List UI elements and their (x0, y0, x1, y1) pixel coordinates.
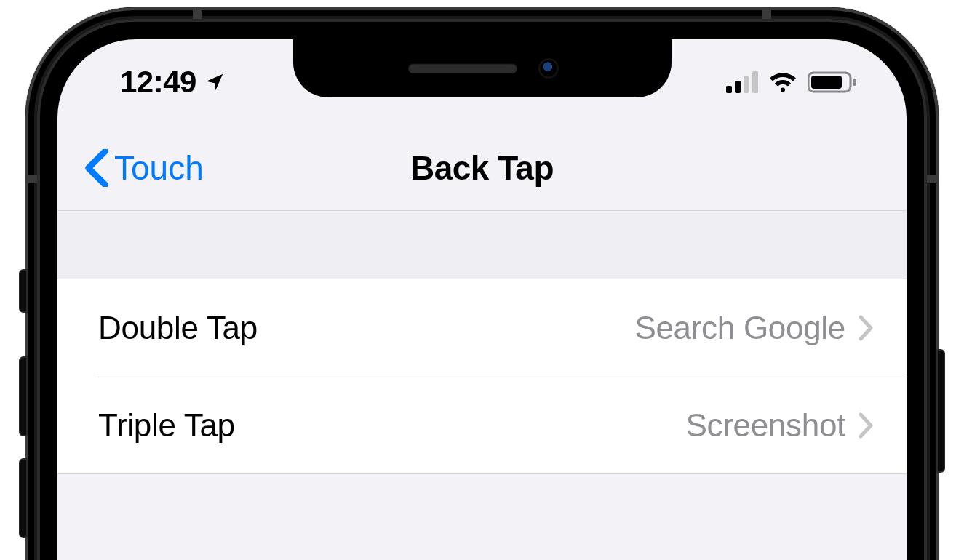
row-double-tap[interactable]: Double Tap Search Google (57, 279, 907, 377)
volume-down-button (19, 458, 28, 538)
device-notch (293, 39, 672, 97)
back-button-label: Touch (114, 148, 204, 188)
svg-rect-1 (811, 76, 842, 89)
status-time: 12:49 (120, 65, 196, 100)
battery-icon (808, 71, 859, 94)
cellular-signal-icon (726, 71, 758, 93)
row-label: Double Tap (98, 310, 258, 346)
section-gap (57, 211, 907, 279)
chevron-right-icon (859, 412, 875, 439)
row-value: Search Google (634, 310, 845, 346)
chevron-left-icon (84, 149, 110, 187)
mute-switch (19, 269, 28, 313)
front-camera (541, 60, 557, 76)
side-button (936, 349, 945, 473)
volume-up-button (19, 356, 28, 436)
row-label: Triple Tap (98, 407, 235, 444)
wifi-icon (768, 71, 797, 93)
svg-rect-2 (853, 79, 856, 86)
page-title: Back Tap (410, 148, 554, 188)
screen: 12:49 (57, 39, 907, 560)
location-arrow-icon (204, 71, 226, 93)
navigation-bar: Touch Back Tap (57, 125, 907, 211)
device-frame: 12:49 (25, 7, 939, 560)
back-button[interactable]: Touch (84, 148, 204, 188)
earpiece-speaker (408, 63, 517, 73)
chevron-right-icon (859, 315, 875, 341)
row-triple-tap[interactable]: Triple Tap Screenshot (57, 377, 907, 474)
row-value: Screenshot (685, 407, 845, 444)
settings-list: Double Tap Search Google Triple Tap Scre… (57, 279, 907, 474)
